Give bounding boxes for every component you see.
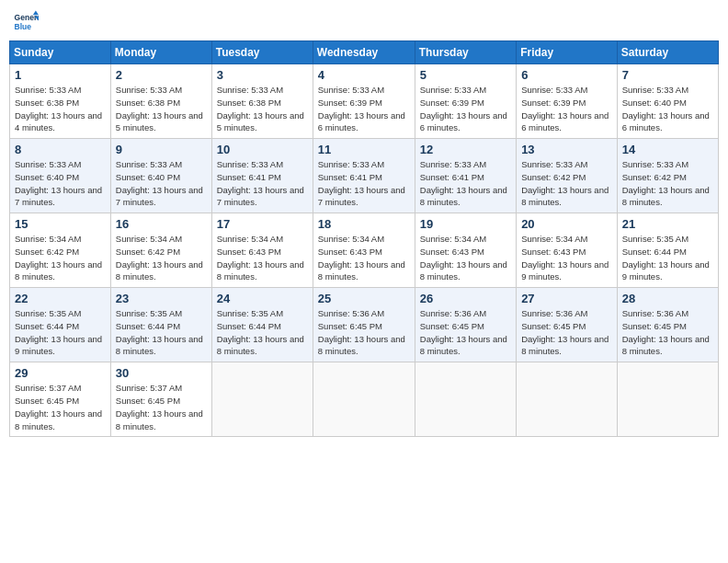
day-number: 27 [521,292,612,305]
day-number: 25 [318,292,410,305]
calendar-cell: 19Sunrise: 5:34 AMSunset: 6:43 PMDayligh… [415,213,516,288]
day-info: Sunrise: 5:34 AMSunset: 6:42 PMDaylight:… [15,233,106,283]
calendar-cell: 14Sunrise: 5:33 AMSunset: 6:42 PMDayligh… [617,139,718,213]
day-info: Sunrise: 5:35 AMSunset: 6:44 PMDaylight:… [622,233,713,283]
day-number: 26 [420,292,511,305]
day-info: Sunrise: 5:36 AMSunset: 6:45 PMDaylight:… [420,307,511,358]
day-number: 22 [15,292,106,305]
calendar-cell: 27Sunrise: 5:36 AMSunset: 6:45 PMDayligh… [517,288,618,362]
day-number: 11 [318,143,410,156]
calendar-cell: 12Sunrise: 5:33 AMSunset: 6:41 PMDayligh… [415,139,516,213]
day-number: 5 [420,68,511,82]
day-number: 6 [521,68,612,82]
calendar-cell: 25Sunrise: 5:36 AMSunset: 6:45 PMDayligh… [313,288,415,362]
day-number: 14 [622,143,713,156]
day-info: Sunrise: 5:33 AMSunset: 6:41 PMDaylight:… [217,158,308,209]
calendar-cell: 22Sunrise: 5:35 AMSunset: 6:44 PMDayligh… [10,288,111,362]
day-number: 9 [116,143,207,156]
svg-text:Blue: Blue [15,22,32,31]
calendar-cell: 7Sunrise: 5:33 AMSunset: 6:40 PMDaylight… [617,64,718,139]
calendar-cell: 1Sunrise: 5:33 AMSunset: 6:38 PMDaylight… [10,64,111,139]
day-number: 19 [420,217,511,231]
day-info: Sunrise: 5:33 AMSunset: 6:38 PMDaylight:… [217,84,308,134]
calendar-cell: 10Sunrise: 5:33 AMSunset: 6:41 PMDayligh… [211,139,313,213]
calendar-cell [313,362,415,437]
day-number: 2 [116,68,207,82]
page-header: General Blue [9,9,719,35]
day-info: Sunrise: 5:33 AMSunset: 6:38 PMDaylight:… [15,84,106,134]
day-info: Sunrise: 5:36 AMSunset: 6:45 PMDaylight:… [622,307,713,358]
calendar-week-row: 8Sunrise: 5:33 AMSunset: 6:40 PMDaylight… [10,139,719,213]
day-info: Sunrise: 5:33 AMSunset: 6:39 PMDaylight:… [521,84,612,134]
day-info: Sunrise: 5:35 AMSunset: 6:44 PMDaylight:… [116,307,207,358]
calendar-cell: 29Sunrise: 5:37 AMSunset: 6:45 PMDayligh… [10,362,111,437]
calendar-cell: 20Sunrise: 5:34 AMSunset: 6:43 PMDayligh… [517,213,618,288]
day-number: 23 [116,292,207,305]
calendar-cell [211,362,313,437]
day-info: Sunrise: 5:37 AMSunset: 6:45 PMDaylight:… [116,382,207,432]
day-info: Sunrise: 5:34 AMSunset: 6:43 PMDaylight:… [420,233,511,283]
day-info: Sunrise: 5:33 AMSunset: 6:42 PMDaylight:… [622,158,713,209]
day-number: 10 [217,143,308,156]
col-header-thursday: Thursday [415,41,516,64]
calendar-cell: 23Sunrise: 5:35 AMSunset: 6:44 PMDayligh… [110,288,211,362]
calendar-cell: 24Sunrise: 5:35 AMSunset: 6:44 PMDayligh… [211,288,313,362]
day-info: Sunrise: 5:33 AMSunset: 6:39 PMDaylight:… [420,84,511,134]
logo-icon: General Blue [13,9,39,35]
logo: General Blue [13,9,39,35]
day-info: Sunrise: 5:33 AMSunset: 6:40 PMDaylight:… [622,84,713,134]
calendar-cell: 2Sunrise: 5:33 AMSunset: 6:38 PMDaylight… [110,64,211,139]
day-info: Sunrise: 5:35 AMSunset: 6:44 PMDaylight:… [15,307,106,358]
calendar-cell [517,362,618,437]
day-number: 8 [15,143,106,156]
calendar-cell: 21Sunrise: 5:35 AMSunset: 6:44 PMDayligh… [617,213,718,288]
calendar-cell [617,362,718,437]
col-header-tuesday: Tuesday [211,41,313,64]
col-header-friday: Friday [517,41,618,64]
day-info: Sunrise: 5:34 AMSunset: 6:43 PMDaylight:… [217,233,308,283]
calendar-cell: 11Sunrise: 5:33 AMSunset: 6:41 PMDayligh… [313,139,415,213]
day-number: 3 [217,68,308,82]
calendar-cell: 28Sunrise: 5:36 AMSunset: 6:45 PMDayligh… [617,288,718,362]
day-info: Sunrise: 5:33 AMSunset: 6:41 PMDaylight:… [318,158,410,209]
day-info: Sunrise: 5:37 AMSunset: 6:45 PMDaylight:… [15,382,106,432]
day-info: Sunrise: 5:33 AMSunset: 6:40 PMDaylight:… [15,158,106,209]
day-number: 24 [217,292,308,305]
day-info: Sunrise: 5:36 AMSunset: 6:45 PMDaylight:… [318,307,410,358]
calendar-cell: 18Sunrise: 5:34 AMSunset: 6:43 PMDayligh… [313,213,415,288]
day-number: 30 [116,366,207,380]
calendar-cell: 4Sunrise: 5:33 AMSunset: 6:39 PMDaylight… [313,64,415,139]
calendar-cell: 6Sunrise: 5:33 AMSunset: 6:39 PMDaylight… [517,64,618,139]
calendar-cell: 3Sunrise: 5:33 AMSunset: 6:38 PMDaylight… [211,64,313,139]
day-number: 18 [318,217,410,231]
day-number: 7 [622,68,713,82]
calendar-cell [415,362,516,437]
col-header-sunday: Sunday [10,41,111,64]
day-number: 4 [318,68,410,82]
day-number: 29 [15,366,106,380]
calendar-cell: 26Sunrise: 5:36 AMSunset: 6:45 PMDayligh… [415,288,516,362]
calendar-week-row: 29Sunrise: 5:37 AMSunset: 6:45 PMDayligh… [10,362,719,437]
calendar-header-row: SundayMondayTuesdayWednesdayThursdayFrid… [10,41,719,64]
calendar-cell: 5Sunrise: 5:33 AMSunset: 6:39 PMDaylight… [415,64,516,139]
day-info: Sunrise: 5:33 AMSunset: 6:42 PMDaylight:… [521,158,612,209]
calendar-cell: 9Sunrise: 5:33 AMSunset: 6:40 PMDaylight… [110,139,211,213]
day-info: Sunrise: 5:34 AMSunset: 6:42 PMDaylight:… [116,233,207,283]
day-info: Sunrise: 5:33 AMSunset: 6:38 PMDaylight:… [116,84,207,134]
day-info: Sunrise: 5:34 AMSunset: 6:43 PMDaylight:… [318,233,410,283]
calendar-cell: 15Sunrise: 5:34 AMSunset: 6:42 PMDayligh… [10,213,111,288]
col-header-saturday: Saturday [617,41,718,64]
calendar-week-row: 15Sunrise: 5:34 AMSunset: 6:42 PMDayligh… [10,213,719,288]
day-number: 15 [15,217,106,231]
day-number: 21 [622,217,713,231]
day-info: Sunrise: 5:35 AMSunset: 6:44 PMDaylight:… [217,307,308,358]
day-number: 12 [420,143,511,156]
day-info: Sunrise: 5:33 AMSunset: 6:39 PMDaylight:… [318,84,410,134]
day-number: 13 [521,143,612,156]
day-number: 20 [521,217,612,231]
calendar-cell: 17Sunrise: 5:34 AMSunset: 6:43 PMDayligh… [211,213,313,288]
day-info: Sunrise: 5:36 AMSunset: 6:45 PMDaylight:… [521,307,612,358]
col-header-monday: Monday [110,41,211,64]
day-info: Sunrise: 5:33 AMSunset: 6:41 PMDaylight:… [420,158,511,209]
calendar-table: SundayMondayTuesdayWednesdayThursdayFrid… [9,40,719,437]
